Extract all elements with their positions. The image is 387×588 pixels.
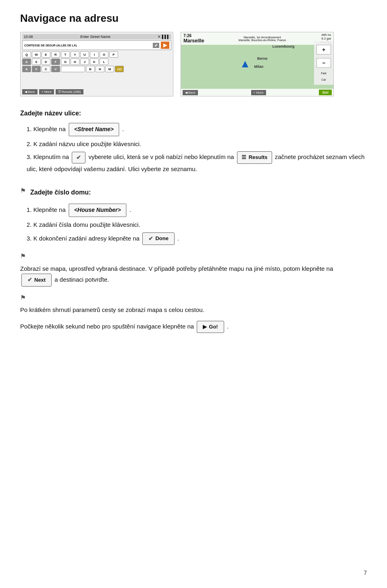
key-space[interactable] [61,66,85,72]
screenshots-row: 15:08 Enter Street Name ✕ ▌▌▌ COMTESSE D… [20,32,367,96]
flag-icon-route: ⚑ [20,292,26,303]
key-n[interactable]: N [96,66,104,72]
map-section-flag: ⚑ [20,251,28,262]
key-i[interactable]: I [90,51,99,58]
street-name-button[interactable]: <Street Name> [69,123,119,136]
map-back-button[interactable]: ◀ Back [183,90,198,95]
key-h[interactable]: H [71,59,79,65]
flag-icon-map: ⚑ [20,251,26,262]
go-button[interactable]: ▶ Go! [197,321,224,333]
step3-prefix: 3. Klepnutím na [27,154,69,161]
flag-icon-house: ⚑ [20,185,26,196]
key-y[interactable]: Y [71,51,79,58]
done-button[interactable]: ✔ Done [142,232,175,245]
key-v[interactable]: V [51,66,60,72]
key-k[interactable]: K [90,59,99,65]
map-sidebar: + − Fast Car [314,41,333,85]
check-icon: ✔ [76,153,81,163]
map-bottom-bar: ◀ Back + More Go! [181,89,333,96]
step-house-2: 2. K zadání čísla domu použijte klávesni… [27,220,367,230]
map-topbar: 7:26 Marseille Marseille, 1er Arrondisse… [181,32,333,45]
key-l[interactable]: L [100,59,108,65]
map-city: Marseille [183,38,204,44]
step3-house-prefix: 3. K dokončení zadání adresy klepněte na [27,234,139,241]
step-house-3: 3. K dokončení zadání adresy klepněte na… [27,232,367,245]
kbd-arrow-button[interactable]: ▶ [161,42,169,49]
kbd-more-button[interactable]: + More [39,89,54,94]
map-speed-label: Fast [321,72,327,75]
route-section-flag: ⚑ [20,292,28,303]
map-label-luxembourg: Luxembourg [273,44,295,48]
check-select-button[interactable]: ✔ [72,152,85,164]
next-button[interactable]: ✔ Next [21,274,52,287]
key-c[interactable]: C [42,66,50,72]
house-section-title: Zadejte číslo domu: [30,187,91,198]
key-f[interactable]: F [51,59,60,65]
key-p[interactable]: P [109,51,118,58]
route-section: ⚑ Po krátkém shrnutí parametrů cesty se … [20,292,367,315]
street-name-btn-label: <Street Name> [74,125,114,134]
key-g[interactable]: G [61,59,70,65]
key-s[interactable]: S [32,59,41,65]
house-section: ⚑ Zadejte číslo domu: 1. Klepněte na <Ho… [20,180,367,245]
map-section-text: Zobrazí se mapa, uprostřed vybraná desti… [20,264,367,287]
results-button[interactable]: ☰ Results [237,151,272,163]
map-label-milan: Milan [254,65,263,69]
map-screenshot: 7:26 Marseille Marseille, 1er Arrondisse… [181,32,334,96]
map-zoom-in[interactable]: + [316,45,331,54]
results-btn-text: Results [249,153,268,162]
key-q[interactable]: Q [22,51,31,58]
kbd-bottom-row: ◀ Back + More ☰ Results (286) [22,89,171,94]
done-btn-label: Done [155,234,169,243]
done-check-icon: ✔ [148,234,153,244]
key-w[interactable]: W [32,51,41,58]
map-more-button[interactable]: + More [251,90,266,95]
map-time: 7:26 [183,33,204,38]
map-zoom-out[interactable]: − [316,58,331,68]
key-j[interactable]: J [80,59,89,65]
kbd-time: 15:08 [24,35,33,39]
house-section-flag: ⚑ Zadejte číslo domu: [20,180,91,202]
kbd-back-button[interactable]: ◀ Back [22,89,37,94]
map-text2: a destinaci potvrďte. [54,276,109,283]
key-o[interactable]: O [100,51,108,58]
key-z[interactable]: A [22,66,31,72]
street-section-title: Zadejte název ulice: [20,108,367,119]
map-vehicle-label: Car [321,78,326,81]
keyboard-rows: Q W E R T Y U I O P A S D F G H [22,51,171,88]
key-r[interactable]: R [51,51,60,58]
key-d[interactable]: D [42,59,50,65]
map-go-button[interactable]: Go! [319,90,332,95]
kbd-results-button[interactable]: ☰ Results (286) [56,89,83,94]
go-section: Počkejte několik sekund nebo pro spuštěn… [20,321,367,333]
step-house-1: 1. Klepněte na <House Number> . [27,203,367,217]
key-a[interactable]: A [22,59,31,65]
go-text-suffix: . [227,323,229,330]
map-label-berne: Berne [257,56,268,61]
key-e[interactable]: E [42,51,50,58]
key-b[interactable]: B [86,66,95,72]
keyboard-screenshot: 15:08 Enter Street Name ✕ ▌▌▌ COMTESSE D… [20,32,173,96]
house-number-button[interactable]: <House Number> [69,203,127,217]
house-number-btn-label: <House Number> [74,205,121,215]
map-section: ⚑ Zobrazí se mapa, uprostřed vybraná des… [20,251,367,286]
step3-middle: vyberete ulici, která se v poli nabízí n… [88,154,234,161]
map-subtitle: Marseille, 1er Arrondissement Marseille,… [238,36,287,42]
kbd-topbar-label: Enter Street Name [80,35,110,39]
street-section: Zadejte název ulice: 1. Klepněte na <Str… [20,108,367,174]
next-btn-label: Next [34,276,46,285]
key-u[interactable]: U [80,51,89,58]
kbd-check-button[interactable]: ✔ [153,43,159,48]
go-btn-label: Go! [209,322,218,331]
key-m[interactable]: M [105,66,114,72]
key-x[interactable]: X [32,66,41,72]
go-section-text: Počkejte několik sekund nebo pro spuštěn… [20,321,367,333]
key-t[interactable]: T [61,51,70,58]
map-position-marker [242,61,248,67]
next-check-icon: ✔ [27,275,32,285]
step1-house-prefix: 1. Klepněte na [27,206,66,213]
page-title: Navigace na adresu [20,12,367,25]
route-section-text: Po krátkém shrnutí parametrů cesty se zo… [20,305,367,315]
go-btn-icon: ▶ [203,322,207,331]
key-123[interactable]: 123 [115,66,124,72]
